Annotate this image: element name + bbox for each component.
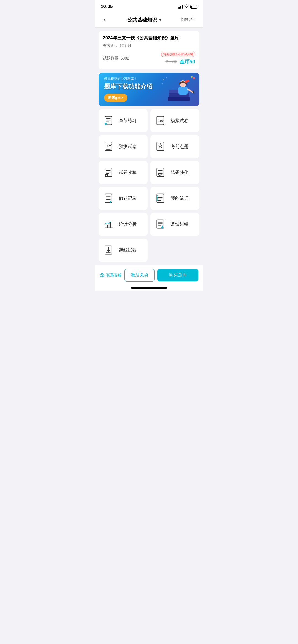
banner-button[interactable]: 速来get >: [104, 94, 127, 102]
question-count: 试题数量: 6882: [103, 56, 129, 61]
nav-title[interactable]: 公共基础知识 ▼: [127, 17, 162, 23]
count-label: 试题数量:: [103, 56, 119, 60]
status-icons: [178, 4, 197, 9]
mistakes-icon: [155, 166, 167, 179]
mock-icon: 100: [155, 115, 167, 127]
menu-item-favorites[interactable]: 试题收藏: [99, 161, 148, 184]
predict-label: 预测试卷: [119, 144, 137, 150]
predict-icon: [103, 141, 115, 153]
original-price: 金币60: [165, 59, 177, 64]
banner-left: 做你想要的学习题库！ 题库下载功能介绍 速来get >: [104, 77, 194, 102]
keypoints-icon: [155, 141, 167, 153]
svg-point-48: [157, 197, 158, 198]
svg-point-50: [157, 200, 158, 201]
special-badge: 特价仅剩:5小时54分钟: [161, 52, 195, 57]
history-icon: [103, 192, 115, 204]
favorites-label: 试题收藏: [119, 170, 137, 176]
menu-item-mistakes[interactable]: 错题强化: [150, 161, 199, 184]
info-card-bottom: 试题数量: 6882 特价仅剩:5小时54分钟 金币60 金币50: [103, 52, 195, 65]
menu-item-predict[interactable]: 预测试卷: [99, 135, 148, 158]
home-bar: [131, 287, 167, 289]
home-indicator: [95, 285, 203, 291]
bottom-bar: 联系客服 激活兑换 购买题库: [95, 265, 203, 285]
svg-rect-56: [157, 220, 164, 228]
grid-menu: 章节练习 100 模拟试卷 预测: [99, 109, 199, 262]
course-title: 2024年三支一扶《公共基础知识》题库: [103, 35, 195, 41]
svg-point-49: [157, 198, 158, 200]
svg-rect-55: [110, 222, 112, 228]
info-card: 2024年三支一扶《公共基础知识》题库 有效期： 12个月 试题数量: 6882…: [99, 31, 199, 69]
service-label: 联系客服: [106, 273, 122, 278]
keypoints-label: 考前点题: [171, 144, 188, 150]
activate-button[interactable]: 激活兑换: [124, 269, 155, 282]
price-section: 特价仅剩:5小时54分钟 金币60 金币50: [161, 52, 195, 65]
notes-icon: [155, 192, 167, 204]
svg-text:100: 100: [158, 119, 164, 123]
validity-text: 有效期： 12个月: [103, 43, 195, 48]
menu-item-feedback[interactable]: 反馈纠错: [150, 213, 199, 236]
chapter-label: 章节练习: [119, 118, 137, 124]
offline-label: 离线试卷: [119, 247, 137, 253]
menu-item-notes[interactable]: 我的笔记: [150, 187, 199, 210]
count-value: 6882: [121, 56, 129, 60]
mock-label: 模拟试卷: [171, 118, 188, 124]
menu-item-mock[interactable]: 100 模拟试卷: [150, 109, 199, 132]
menu-item-offline[interactable]: 离线试卷: [99, 239, 148, 262]
price-row: 金币60 金币50: [165, 58, 195, 65]
banner-subtitle: 做你想要的学习题库！: [104, 77, 194, 81]
buy-button[interactable]: 购买题库: [157, 269, 198, 281]
menu-item-keypoints[interactable]: 考前点题: [150, 135, 199, 158]
svg-rect-29: [105, 168, 112, 177]
chapter-icon: [103, 115, 115, 127]
nav-title-arrow: ▼: [159, 18, 162, 22]
nav-bar: ＜ 公共基础知识 ▼ 切换科目: [95, 12, 203, 28]
current-price: 金币50: [180, 58, 195, 65]
validity-label: 有效期：: [103, 43, 118, 48]
offline-icon: [103, 244, 115, 256]
favorites-icon: [103, 166, 115, 179]
banner[interactable]: 做你想要的学习题库！ 题库下载功能介绍 速来get >: [99, 73, 199, 106]
svg-point-47: [157, 195, 158, 196]
battery-icon: [190, 5, 197, 9]
signal-icon: [178, 5, 183, 9]
status-bar: 10:05: [95, 0, 203, 12]
history-label: 做题记录: [119, 196, 137, 201]
nav-title-text: 公共基础知识: [127, 17, 157, 23]
stats-label: 统计分析: [119, 222, 137, 227]
menu-item-stats[interactable]: 统计分析: [99, 213, 148, 236]
status-time: 10:05: [101, 4, 113, 9]
menu-item-chapter[interactable]: 章节练习: [99, 109, 148, 132]
svg-rect-42: [157, 194, 164, 203]
main-content: 2024年三支一扶《公共基础知识》题库 有效期： 12个月 试题数量: 6882…: [95, 28, 203, 265]
mistakes-label: 错题强化: [171, 170, 188, 176]
service-button[interactable]: 联系客服: [100, 273, 122, 278]
svg-rect-54: [108, 223, 110, 228]
stats-icon: [103, 218, 115, 230]
validity-value: 12个月: [119, 43, 132, 48]
banner-title: 题库下载功能介绍: [104, 83, 194, 90]
feedback-icon: [155, 218, 167, 230]
feedback-label: 反馈纠错: [171, 222, 188, 227]
switch-subject-button[interactable]: 切换科目: [181, 17, 197, 22]
svg-rect-37: [105, 194, 112, 203]
notes-label: 我的笔记: [171, 196, 188, 201]
menu-item-history[interactable]: 做题记录: [99, 187, 148, 210]
svg-marker-27: [158, 144, 163, 148]
svg-rect-53: [106, 225, 107, 228]
wifi-icon: [184, 4, 189, 9]
back-button[interactable]: ＜: [101, 15, 108, 25]
